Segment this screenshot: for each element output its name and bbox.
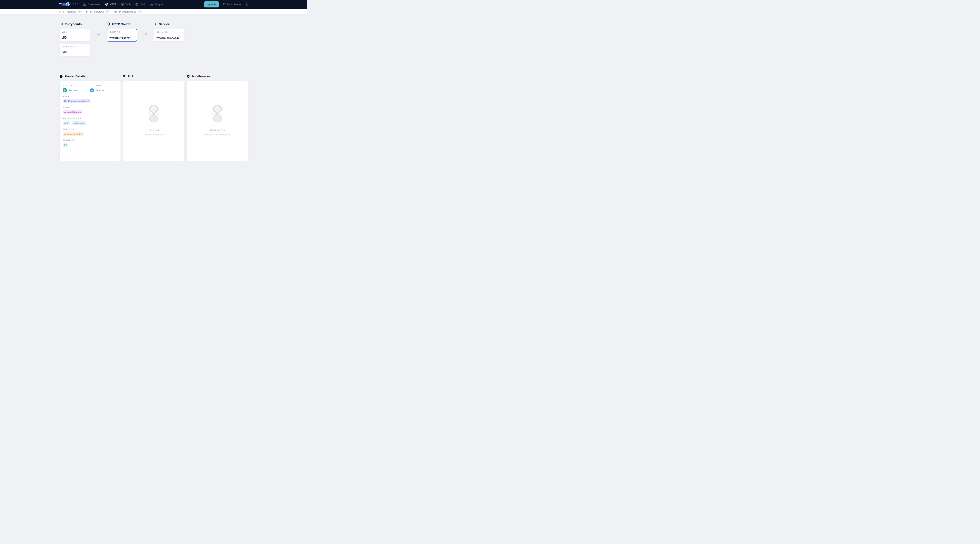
rule-value-pill: Host(`whoami.localhost`) — [63, 99, 91, 103]
middlewares-count-badge: 2 — [138, 10, 142, 13]
upgrade-button[interactable]: Upgrade — [204, 2, 219, 8]
entrypoint-pill-websecure: websecure — [72, 121, 86, 125]
routers-count-badge: 3 — [78, 10, 81, 13]
services-count-badge: 4 — [106, 10, 109, 13]
lightning-bolt-icon — [154, 22, 157, 25]
entrypoint-card-web[interactable]: WEB :80 — [59, 29, 90, 41]
traefik-logo[interactable]: træfik — [59, 2, 70, 7]
provider-field: PROVIDER Docker — [90, 85, 118, 92]
plugins-icon — [150, 3, 153, 6]
service-name-pill[interactable]: whoami-xxsheddy — [63, 132, 84, 136]
rule-field: RULE Host(`whoami.localhost`) — [63, 95, 118, 103]
log-in-icon — [59, 22, 63, 25]
tab-http-routers[interactable]: HTTP Routers 3 — [59, 10, 81, 13]
priority-field: PRIORITY 24 — [63, 139, 118, 147]
priority-value-pill: 24 — [63, 143, 68, 147]
middlewares-column: Middlewares There are no Middlewares con… — [186, 75, 248, 161]
tab-http-services[interactable]: HTTP Services 4 — [86, 10, 109, 13]
middlewares-empty-card: There are no Middlewares configured — [186, 81, 248, 161]
droplet-contrast-icon — [223, 2, 226, 6]
status-value: Success — [68, 89, 78, 92]
help-icon[interactable] — [245, 3, 248, 6]
service-column: Service SERVICE whoami-xxsheddy — [154, 22, 184, 43]
entrypoints-field: ENTRYPOINTS web websecure — [63, 118, 118, 125]
service-heading: Service — [154, 22, 184, 26]
status-field: STATUS Success — [63, 85, 90, 92]
router-details-column: Router Details STATUS Success — [59, 75, 121, 161]
router-card[interactable]: ROUTER whoami@docker — [107, 29, 137, 41]
provider-value: Docker — [96, 89, 104, 92]
top-navbar: træfik 3.3.6 Dashboard HTTP TCP — [0, 0, 307, 9]
middlewares-empty-message: There are no Middlewares configured — [203, 128, 231, 137]
flow-arrow-icon — [90, 32, 107, 36]
flow-arrow-icon — [137, 32, 154, 36]
globe-icon — [105, 3, 108, 6]
theme-toggle-label: Dark theme — [227, 3, 241, 6]
version-label: 3.3.6 — [73, 3, 78, 6]
nav-item-dashboard[interactable]: Dashboard — [83, 3, 100, 6]
entrypoint-pill-web: web — [63, 121, 70, 125]
service-field: SERVICE whoami-xxsheddy — [63, 128, 118, 136]
tls-empty-message: There is no TLS configured — [145, 128, 163, 137]
name-field: NAME whoami@docker — [63, 107, 118, 114]
nav-item-http[interactable]: HTTP — [105, 3, 116, 6]
nav-item-udp[interactable]: UDP — [135, 3, 145, 6]
entrypoints-heading: Entrypoints — [59, 22, 90, 26]
router-name-pill: whoami@docker — [63, 110, 83, 114]
nav-item-plugins[interactable]: Plugins — [150, 3, 163, 6]
details-section: Router Details STATUS Success — [59, 75, 248, 161]
docker-icon — [90, 88, 94, 92]
entrypoint-web-port: :80 — [62, 36, 87, 40]
main-nav: Dashboard HTTP TCP UDP — [83, 3, 163, 6]
middlewares-heading: Middlewares — [186, 75, 248, 78]
entrypoint-websecure-port: :443 — [62, 51, 87, 54]
http-router-heading: HTTP Router — [107, 22, 137, 26]
tab-http-middlewares[interactable]: HTTP Middlewares 2 — [114, 10, 142, 13]
router-name: whoami@docker — [110, 36, 134, 39]
nav-item-tcp[interactable]: TCP — [121, 3, 131, 6]
home-icon — [83, 3, 86, 6]
tls-empty-card: There is no TLS configured — [123, 81, 185, 161]
entrypoints-column: Entrypoints WEB :80 WEBSECURE :443 — [59, 22, 90, 58]
router-details-card: STATUS Success PROVIDER — [59, 81, 121, 161]
router-details-heading: Router Details — [59, 75, 121, 78]
service-name: whoami-xxsheddy — [157, 37, 181, 40]
globe-icon — [107, 22, 110, 25]
stream-icon — [121, 3, 124, 6]
tls-column: TLS There is no TLS configured — [123, 75, 185, 161]
layers-icon — [186, 75, 190, 78]
http-subnav: HTTP Routers 3 HTTP Services 4 HTTP Midd… — [0, 9, 307, 15]
empty-layers-icon — [146, 105, 162, 123]
tls-heading: TLS — [123, 75, 185, 78]
service-card[interactable]: SERVICE whoami-xxsheddy — [154, 29, 184, 41]
routing-flow: Entrypoints WEB :80 WEBSECURE :443 — [59, 22, 248, 58]
http-router-column: HTTP Router ROUTER whoami@docker — [107, 22, 137, 43]
entrypoint-card-websecure[interactable]: WEBSECURE :443 — [59, 43, 90, 56]
stream-icon — [135, 3, 138, 6]
success-check-icon — [63, 88, 67, 92]
theme-toggle[interactable]: Dark theme — [223, 2, 241, 6]
shield-icon — [123, 75, 126, 78]
info-icon — [59, 75, 63, 78]
empty-layers-icon — [209, 105, 225, 123]
